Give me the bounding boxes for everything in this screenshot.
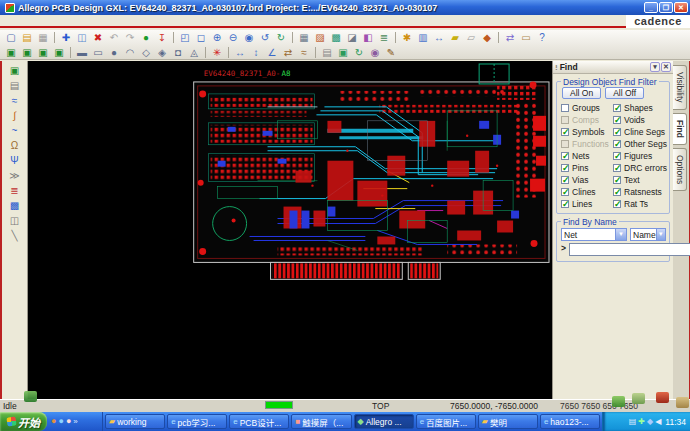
task-button-pcb设计[interactable]: e PCB设计... [229, 414, 289, 429]
task-button-樊明[interactable]: ▰ 樊明 [478, 414, 538, 429]
shape-polygon-icon[interactable]: ◇ [139, 46, 153, 59]
add-arc-icon[interactable]: ◠ [123, 46, 137, 59]
padstack-c-icon[interactable]: ▣ [36, 46, 50, 59]
copy-icon[interactable]: ◫ [75, 31, 89, 44]
add-pin-icon[interactable]: ▣ [8, 64, 22, 77]
qq-icon[interactable]: ● [66, 417, 71, 426]
quick-launch-overflow[interactable]: » [73, 417, 77, 426]
title-bar[interactable]: Allegro PCB Design GXL: EV64240_82371_A0… [0, 0, 690, 15]
filter-checkbox-figures[interactable]: Figures [613, 150, 667, 161]
messenger-icon[interactable]: ◆ [647, 418, 653, 426]
filter-checkbox-ratsnests[interactable]: Ratsnests [613, 186, 667, 197]
drc-update-icon[interactable]: ▣ [336, 46, 350, 59]
color-dialog-icon[interactable]: ▩ [329, 31, 343, 44]
diagonal-line-icon[interactable]: ╲ [8, 229, 22, 242]
redraw-icon[interactable]: ↻ [274, 31, 288, 44]
name-search-input[interactable] [569, 243, 690, 256]
pattern-route-icon[interactable]: ≣ [8, 184, 22, 197]
show-element-icon[interactable]: ✱ [400, 31, 414, 44]
zoom-previous-icon[interactable]: ↺ [258, 31, 272, 44]
filter-checkbox-shapes[interactable]: Shapes [613, 102, 667, 113]
layers-icon[interactable]: ≣ [377, 31, 391, 44]
copy-group-icon[interactable]: ⇄ [503, 31, 517, 44]
filter-checkbox-pins[interactable]: Pins [561, 162, 612, 173]
antivirus-icon[interactable]: ✚ [638, 418, 645, 426]
panel-pin-icon[interactable]: ▾ [650, 62, 660, 72]
replace-pad-icon[interactable]: ◉ [368, 46, 382, 59]
create-fanout-icon[interactable]: Ψ [8, 154, 22, 167]
spread-lines-icon[interactable]: ≫ [8, 169, 22, 182]
close-button[interactable]: ✕ [674, 2, 688, 13]
filter-checkbox-clines[interactable]: Clines [561, 186, 612, 197]
padstack-b-icon[interactable]: ▣ [20, 46, 34, 59]
custom-smooth-icon[interactable]: ~ [8, 124, 22, 137]
highlight-icon[interactable]: ▰ [448, 31, 462, 44]
filter-checkbox-nets[interactable]: Nets [561, 150, 612, 161]
padstack-d-icon[interactable]: ▣ [52, 46, 66, 59]
all-on-button[interactable]: All On [562, 87, 601, 99]
find-panel-header[interactable]: ⁞ Find ▾ ✕ [553, 61, 673, 74]
panel-tab-options[interactable]: Options [673, 148, 687, 191]
mesh-icon[interactable]: ▩ [8, 199, 22, 212]
shape-void-icon[interactable]: ◘ [171, 46, 185, 59]
filter-checkbox-voids[interactable]: Voids [613, 114, 667, 125]
filter-checkbox-lines[interactable]: Lines [561, 198, 612, 209]
mail-icon[interactable]: ▭ [519, 31, 533, 44]
gloss-icon[interactable]: ≈ [297, 46, 311, 59]
waive-drc-icon[interactable]: ◆ [480, 31, 494, 44]
minimize-button[interactable]: _ [644, 2, 658, 13]
assign-color-icon[interactable]: ◧ [361, 31, 375, 44]
filter-checkbox-symbols[interactable]: Symbols [561, 126, 612, 137]
filter-checkbox-text[interactable]: Text [613, 174, 667, 185]
redo-icon[interactable]: ↷ [123, 31, 137, 44]
zoom-in-icon[interactable]: ⊕ [210, 31, 224, 44]
filter-checkbox-rat-ts[interactable]: Rat Ts [613, 198, 667, 209]
panel-tab-visibility[interactable]: Visibility [673, 65, 687, 110]
dehighlight-icon[interactable]: ▱ [464, 31, 478, 44]
zoom-fit-icon[interactable]: ◻ [194, 31, 208, 44]
task-button-百度图片[interactable]: e 百度图片... [416, 414, 476, 429]
pin-icon[interactable]: ↧ [155, 31, 169, 44]
add-circle-icon[interactable]: ● [107, 46, 121, 59]
measure-icon[interactable]: ↔ [233, 46, 247, 59]
chevron-down-icon[interactable]: ▼ [615, 229, 626, 240]
task-button-hao123[interactable]: e hao123-... [540, 414, 600, 429]
filter-checkbox-groups[interactable]: Groups [561, 102, 612, 113]
save-icon[interactable]: ▦ [36, 31, 50, 44]
zoom-points-icon[interactable]: ◉ [242, 31, 256, 44]
task-button-allegro[interactable]: ◆ Allegro ... [354, 414, 414, 429]
zoom-out-icon[interactable]: ⊖ [226, 31, 240, 44]
undo-icon[interactable]: ↶ [107, 31, 121, 44]
panel-tab-find[interactable]: Find [673, 113, 687, 145]
fetion-icon[interactable]: ● [51, 417, 56, 426]
delay-tune-icon[interactable]: Ω [8, 139, 22, 152]
start-button[interactable]: 开始 [0, 412, 47, 431]
task-button-触摸屏[interactable]: ■ 触摸屏（... [291, 414, 351, 429]
angle-icon[interactable]: ∠ [265, 46, 279, 59]
filter-checkbox-cline-segs[interactable]: Cline Segs [613, 126, 667, 137]
desktop-shortcut-icon[interactable] [676, 397, 689, 408]
shape-color-icon[interactable]: ● [139, 31, 153, 44]
copy-route-icon[interactable]: ◫ [8, 214, 22, 227]
chevron-down-icon[interactable]: ▼ [656, 229, 665, 240]
desktop-shortcut-icon[interactable] [656, 392, 669, 403]
task-button-working[interactable]: ▰ working [105, 414, 165, 429]
show-measure-icon[interactable]: ↔ [432, 31, 446, 44]
find-type-select[interactable]: Net ▼ [561, 228, 627, 241]
delete-icon[interactable]: ✖ [91, 31, 105, 44]
ie-icon[interactable]: ● [58, 417, 63, 426]
shadow-mode-icon[interactable]: ◪ [345, 31, 359, 44]
status-icon[interactable]: ↻ [352, 46, 366, 59]
find-mode-select[interactable]: Name ▼ [630, 228, 666, 241]
shape-select-icon[interactable]: ◈ [155, 46, 169, 59]
autoroute-icon[interactable]: ⇄ [281, 46, 295, 59]
all-off-button[interactable]: All Off [605, 87, 644, 99]
panel-close-icon[interactable]: ✕ [661, 62, 671, 72]
filter-checkbox-comps[interactable]: Comps [561, 114, 612, 125]
maximize-button[interactable]: ❐ [659, 2, 673, 13]
move-icon[interactable]: ✚ [59, 31, 73, 44]
volume-icon[interactable]: ◀ [655, 418, 661, 426]
add-connect-icon[interactable]: ≈ [8, 94, 22, 107]
task-button-pcb学习[interactable]: e pcb学习... [167, 414, 227, 429]
ime-icon[interactable]: ▤ [629, 418, 637, 426]
